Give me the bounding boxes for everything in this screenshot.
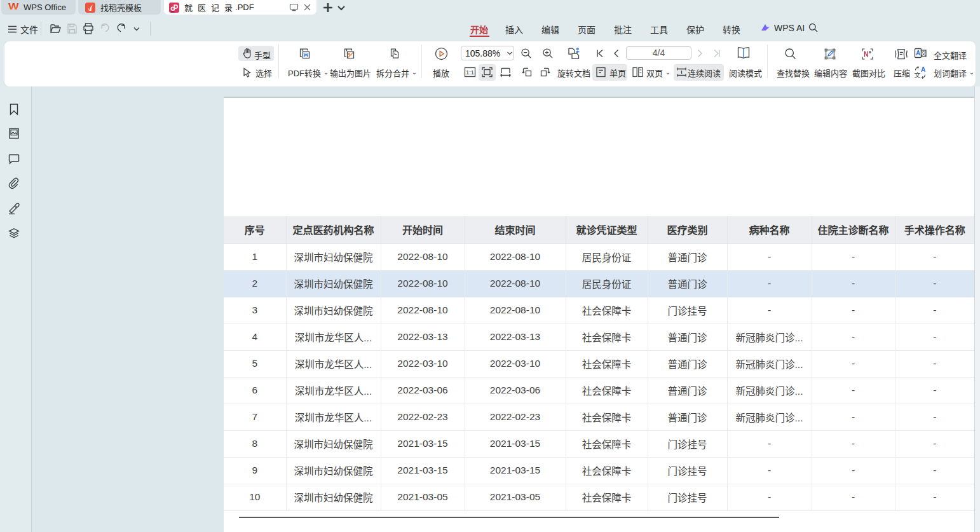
svg-text:文: 文 — [921, 50, 926, 57]
svg-text:A: A — [921, 66, 925, 73]
svg-text:W: W — [8, 3, 18, 11]
svg-text:文: 文 — [915, 71, 921, 79]
svg-text:1:1: 1:1 — [466, 69, 474, 76]
svg-text:A: A — [916, 50, 920, 57]
